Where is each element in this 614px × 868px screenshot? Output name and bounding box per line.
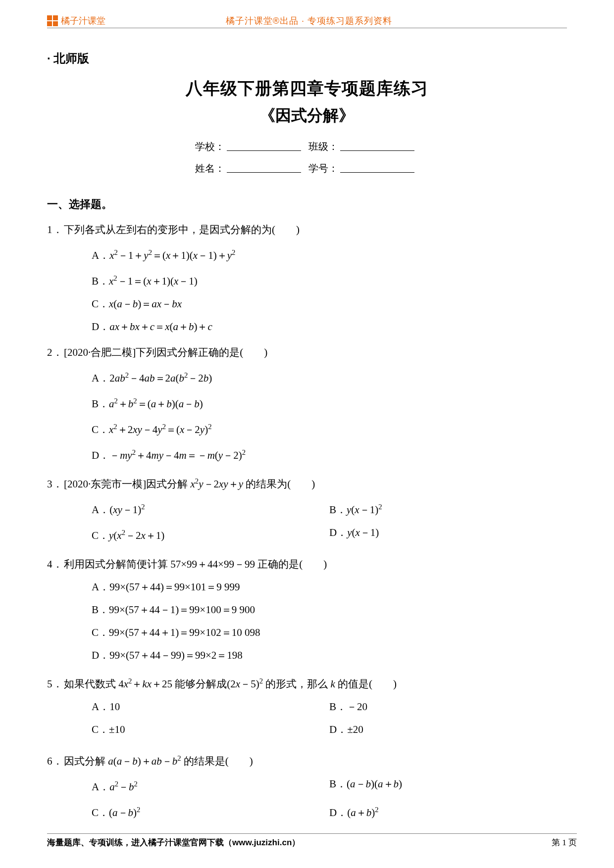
q5-option-b[interactable]: B．－20 bbox=[329, 697, 567, 717]
name-blank[interactable] bbox=[227, 164, 301, 173]
q2-option-b[interactable]: B．a2＋b2＝(a＋b)(a－b) bbox=[92, 391, 567, 414]
page-footer: 海量题库、专项训练，进入橘子汁课堂官网下载（www.juzizhi.cn） 第 … bbox=[47, 833, 577, 848]
main-title: 八年级下册第四章专项题库练习 bbox=[47, 77, 567, 100]
question-5: 5．如果代数式 4x2＋kx＋25 能够分解成(2x－5)2 的形式，那么 k … bbox=[47, 671, 567, 742]
q5-option-c[interactable]: C．±10 bbox=[92, 720, 329, 739]
q6-option-a[interactable]: A．a2－b2 bbox=[92, 774, 329, 797]
q6-option-c[interactable]: C．(a－b)2 bbox=[92, 800, 329, 822]
brand-logo: 橘子汁课堂 bbox=[47, 15, 105, 27]
q4-option-b[interactable]: B．99×(57＋44－1)＝99×100＝9 900 bbox=[92, 600, 567, 620]
q1-option-d[interactable]: D．ax＋bx＋c＝x(a＋b)＋c bbox=[92, 317, 567, 337]
name-label: 姓名： bbox=[195, 163, 225, 174]
q2-option-c[interactable]: C．x2＋2xy－4y2＝(x－2y)2 bbox=[92, 417, 567, 439]
class-blank[interactable] bbox=[340, 142, 414, 151]
q4-stem: 利用因式分解简便计算 57×99＋44×99－99 正确的是( ) bbox=[64, 558, 327, 570]
q3-option-b[interactable]: B．y(x－1)2 bbox=[329, 497, 567, 520]
q2-stem: [2020·合肥二模]下列因式分解正确的是( ) bbox=[64, 346, 267, 358]
q1-option-a[interactable]: A．x2－1＋y2＝(x＋1)(x－1)＋y2 bbox=[92, 242, 567, 265]
q1-number: 1． bbox=[47, 220, 64, 240]
q3-option-d[interactable]: D．y(x－1) bbox=[329, 523, 567, 545]
footer-left: 海量题库、专项训练，进入橘子汁课堂官网下载（www.juzizhi.cn） bbox=[47, 837, 300, 848]
q2-option-d[interactable]: D．－my2＋4my－4m＝－m(y－2)2 bbox=[92, 442, 567, 465]
school-label: 学校： bbox=[195, 141, 225, 152]
school-blank[interactable] bbox=[227, 142, 301, 151]
id-label: 学号： bbox=[308, 163, 338, 174]
sub-title: 《因式分解》 bbox=[47, 105, 567, 127]
q1-option-b[interactable]: B．x2－1＝(x＋1)(x－1) bbox=[92, 268, 567, 291]
header-subtitle: 橘子汁课堂®出品 · 专项练习题系列资料 bbox=[105, 15, 567, 27]
page-number: 第 1 页 bbox=[552, 837, 577, 848]
q5-option-a[interactable]: A．10 bbox=[92, 697, 329, 717]
logo-icon bbox=[47, 15, 58, 26]
question-6: 6．因式分解 a(a－b)＋ab－b2 的结果是( ) A．a2－b2 B．(a… bbox=[47, 748, 567, 825]
q4-option-c[interactable]: C．99×(57＋44＋1)＝99×102＝10 098 bbox=[92, 623, 567, 642]
question-2: 2．[2020·合肥二模]下列因式分解正确的是( ) A．2ab2－4ab＝2a… bbox=[47, 342, 567, 465]
q2-number: 2． bbox=[47, 342, 64, 362]
class-label: 班级： bbox=[308, 141, 338, 152]
q6-number: 6． bbox=[47, 751, 64, 771]
q4-number: 4． bbox=[47, 554, 64, 574]
q3-option-a[interactable]: A．(xy－1)2 bbox=[92, 497, 329, 520]
q6-option-b[interactable]: B．(a－b)(a＋b) bbox=[329, 774, 567, 797]
student-info: 学校： 班级： 姓名： 学号： bbox=[47, 136, 567, 179]
q6-option-d[interactable]: D．(a＋b)2 bbox=[329, 800, 567, 822]
question-4: 4．利用因式分解简便计算 57×99＋44×99－99 正确的是( ) A．99… bbox=[47, 554, 567, 665]
question-1: 1．下列各式从左到右的变形中，是因式分解的为( ) A．x2－1＋y2＝(x＋1… bbox=[47, 220, 567, 337]
q4-option-d[interactable]: D．99×(57＋44－99)＝99×2＝198 bbox=[92, 645, 567, 665]
q5-option-d[interactable]: D．±20 bbox=[329, 720, 567, 739]
q1-option-c[interactable]: C．x(a－b)＝ax－bx bbox=[92, 294, 567, 314]
question-3: 3．[2020·东莞市一模]因式分解 x2y－2xy＋y 的结果为( ) A．(… bbox=[47, 471, 567, 548]
q4-option-a[interactable]: A．99×(57＋44)＝99×101＝9 999 bbox=[92, 577, 567, 597]
q3-number: 3． bbox=[47, 474, 64, 494]
q3-option-c[interactable]: C．y(x2－2x＋1) bbox=[92, 523, 329, 545]
page-header: 橘子汁课堂 橘子汁课堂®出品 · 专项练习题系列资料 bbox=[47, 15, 567, 28]
section-heading: 一、选择题。 bbox=[47, 197, 567, 212]
q5-number: 5． bbox=[47, 674, 64, 694]
brand-name: 橘子汁课堂 bbox=[61, 15, 105, 27]
id-blank[interactable] bbox=[340, 164, 414, 173]
edition-label: · 北师版 bbox=[47, 50, 567, 66]
q2-option-a[interactable]: A．2ab2－4ab＝2a(b2－2b) bbox=[92, 365, 567, 388]
q1-stem: 下列各式从左到右的变形中，是因式分解的为( ) bbox=[64, 224, 300, 236]
